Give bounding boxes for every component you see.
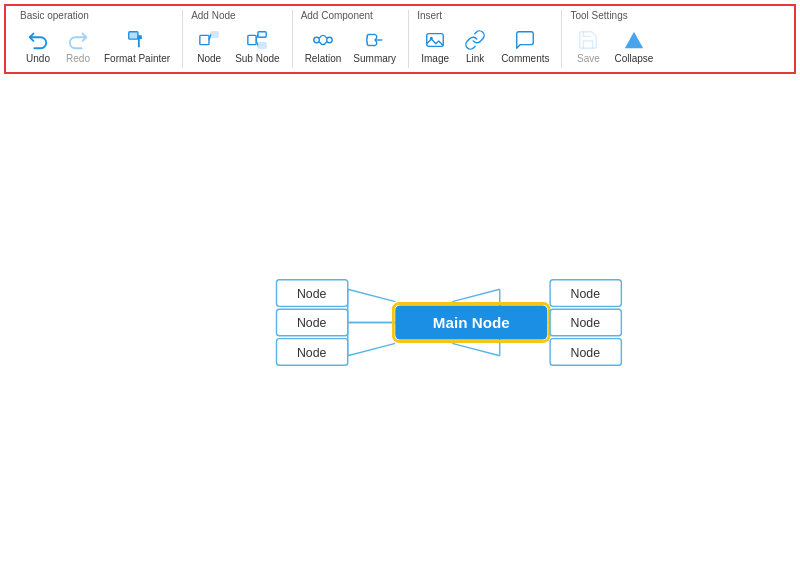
group-items-basic: Undo Redo [20, 23, 174, 68]
toolbar: Basic operation Undo Redo [4, 4, 796, 74]
group-items-insert: Image Link Comments [417, 23, 553, 68]
svg-rect-5 [248, 35, 256, 44]
svg-rect-7 [258, 42, 266, 48]
summary-button[interactable]: Summary [349, 26, 400, 66]
svg-line-25 [452, 343, 500, 355]
toolbar-group-basic-operation: Basic operation Undo Redo [12, 10, 183, 68]
svg-line-20 [348, 343, 396, 355]
right-node-3[interactable]: Node [570, 346, 600, 360]
group-label-add-component: Add Component [301, 10, 373, 21]
group-label-add-node: Add Node [191, 10, 235, 21]
group-items-tool-settings: Save Collapse [570, 23, 657, 68]
toolbar-group-add-component: Add Component Relation [293, 10, 410, 68]
group-label-insert: Insert [417, 10, 442, 21]
svg-rect-6 [258, 31, 266, 37]
save-button[interactable]: Save [570, 26, 606, 66]
summary-icon [363, 28, 387, 52]
svg-line-18 [348, 289, 396, 301]
comments-label: Comments [501, 53, 549, 64]
group-label-basic: Basic operation [20, 10, 89, 21]
save-icon [576, 28, 600, 52]
toolbar-group-add-node: Add Node Node [183, 10, 292, 68]
redo-icon [66, 28, 90, 52]
image-icon [423, 28, 447, 52]
mindmap-svg: Main Node Node Node Node Node Node Node [160, 228, 640, 418]
node-label: Node [197, 53, 221, 64]
left-node-2[interactable]: Node [297, 316, 327, 330]
right-node-2[interactable]: Node [570, 316, 600, 330]
undo-label: Undo [26, 53, 50, 64]
main-node-label: Main Node [433, 314, 510, 331]
svg-rect-3 [211, 31, 218, 37]
group-items-add-component: Relation Summary [301, 23, 401, 68]
summary-label: Summary [353, 53, 396, 64]
right-node-1[interactable]: Node [570, 287, 600, 301]
group-label-tool-settings: Tool Settings [570, 10, 627, 21]
svg-line-23 [452, 289, 500, 301]
relation-label: Relation [305, 53, 342, 64]
sub-node-label: Sub Node [235, 53, 279, 64]
svg-rect-0 [129, 31, 138, 38]
svg-point-11 [327, 37, 333, 43]
link-icon [463, 28, 487, 52]
redo-button[interactable]: Redo [60, 26, 96, 66]
comments-button[interactable]: Comments [497, 26, 553, 66]
svg-marker-17 [625, 31, 643, 48]
format-painter-button[interactable]: Format Painter [100, 26, 174, 66]
image-button[interactable]: Image [417, 26, 453, 66]
relation-button[interactable]: Relation [301, 26, 346, 66]
left-node-1[interactable]: Node [297, 287, 327, 301]
sub-node-button[interactable]: Sub Node [231, 26, 283, 66]
collapse-label: Collapse [614, 53, 653, 64]
collapse-icon [622, 28, 646, 52]
format-painter-icon [125, 28, 149, 52]
save-label: Save [577, 53, 600, 64]
canvas[interactable]: Main Node Node Node Node Node Node Node [0, 80, 800, 584]
undo-icon [26, 28, 50, 52]
node-icon [197, 28, 221, 52]
left-node-3[interactable]: Node [297, 346, 327, 360]
relation-icon [311, 28, 335, 52]
redo-label: Redo [66, 53, 90, 64]
group-items-add-node: Node Sub Node [191, 23, 283, 68]
sub-node-icon [245, 28, 269, 52]
node-button[interactable]: Node [191, 26, 227, 66]
svg-rect-2 [200, 35, 209, 44]
link-label: Link [466, 53, 484, 64]
link-button[interactable]: Link [457, 26, 493, 66]
image-label: Image [421, 53, 449, 64]
svg-rect-15 [427, 33, 444, 46]
collapse-button[interactable]: Collapse [610, 26, 657, 66]
format-painter-label: Format Painter [104, 53, 170, 64]
toolbar-group-tool-settings: Tool Settings Save Collaps [562, 10, 665, 68]
toolbar-group-insert: Insert Image [409, 10, 562, 68]
undo-button[interactable]: Undo [20, 26, 56, 66]
svg-point-10 [314, 37, 320, 43]
comments-icon [513, 28, 537, 52]
